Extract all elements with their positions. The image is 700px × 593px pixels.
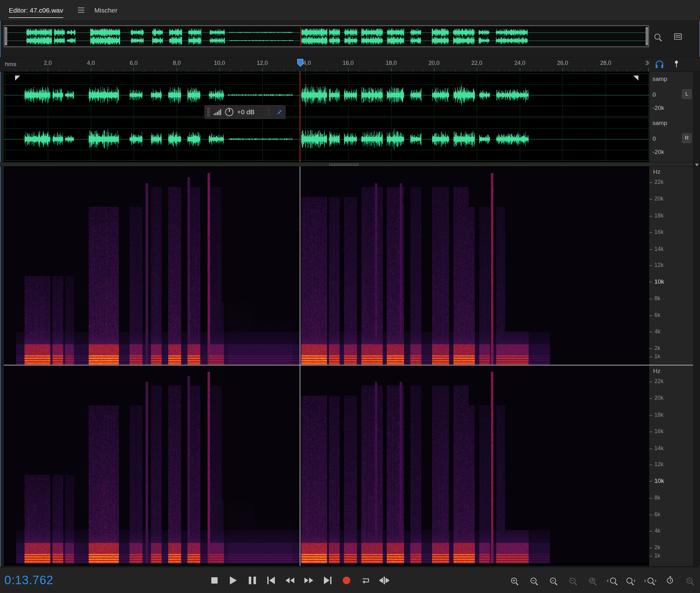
zoom-out-full-button[interactable]: − — [566, 573, 579, 588]
frequency-tick — [649, 415, 652, 416]
rewind-button[interactable] — [284, 573, 296, 588]
zoom-out-button[interactable]: − — [527, 573, 540, 588]
spectrogram-canvas-left[interactable] — [4, 167, 649, 365]
channel-left-button[interactable]: L — [682, 89, 692, 99]
frequency-label: 2k — [654, 544, 673, 551]
ruler-tick-label: 28,0 — [595, 60, 617, 67]
frequency-tick — [649, 199, 652, 200]
scale-zero: 0 — [653, 135, 656, 142]
ruler-tick-label: 4,0 — [80, 60, 102, 67]
panel-menu-icon[interactable] — [78, 7, 84, 12]
frequency-tick — [649, 299, 652, 299]
ruler-tick — [198, 69, 199, 72]
overview-right-handle[interactable] — [646, 27, 648, 45]
waveform-display[interactable]: +0 dB — [4, 72, 649, 162]
spectral-display[interactable] — [4, 166, 649, 566]
pin-tool-icon[interactable] — [672, 59, 681, 70]
scrollbar-collapse-icon[interactable] — [695, 164, 699, 166]
reset-zoom-button[interactable]: ↺ — [585, 573, 598, 588]
ruler-tick-major — [134, 68, 134, 72]
playhead-marker[interactable] — [297, 58, 304, 67]
ruler-tick-label: 26,0 — [552, 60, 574, 67]
zoom-in-button[interactable]: + — [508, 573, 520, 588]
panel-splitter[interactable] — [0, 162, 693, 166]
headphones-icon[interactable] — [654, 59, 665, 70]
zoom-in-right-edge-button[interactable] — [624, 573, 637, 588]
ruler-tick — [27, 69, 27, 72]
frequency-tick — [649, 382, 652, 382]
spectrogram-canvas-right[interactable] — [4, 366, 649, 563]
gain-knob[interactable] — [225, 108, 233, 116]
frequency-label: 8k — [654, 295, 673, 302]
frequency-label: 20k — [654, 395, 673, 401]
frequency-label: 18k — [654, 212, 673, 219]
waveform-canvas-right[interactable] — [4, 118, 649, 161]
overview-waveform-canvas[interactable] — [7, 27, 647, 46]
tab-editor[interactable]: Editor: 47.c06.wav — [9, 0, 63, 21]
zoom-selection-edges-button[interactable] — [644, 573, 657, 588]
tab-mixer[interactable]: Mischer — [94, 0, 118, 21]
playhead-line-spectral[interactable] — [300, 166, 300, 566]
ruler-tick — [144, 70, 145, 72]
ruler-tick — [530, 70, 531, 72]
pause-button[interactable] — [247, 573, 258, 588]
ruler-tick-major — [391, 68, 392, 72]
transport-controls — [209, 567, 390, 593]
frequency-tick — [649, 548, 652, 548]
scale-neg: -20k — [653, 105, 664, 111]
hud-drag-handle[interactable] — [207, 107, 210, 117]
waveform-canvas-left[interactable] — [4, 74, 649, 116]
record-button[interactable] — [341, 573, 352, 588]
pin-hud-button[interactable] — [273, 106, 285, 119]
frequency-tick — [649, 282, 652, 282]
overview-left-handle[interactable] — [5, 27, 7, 45]
volume-hud[interactable]: +0 dB — [205, 105, 286, 119]
frequency-tick — [649, 216, 652, 216]
zoom-to-selection-button[interactable]: ⌐ — [546, 573, 559, 588]
timeline-ruler[interactable]: hms 2,04,06,08,010,012,014,016,018,020,0… — [0, 57, 649, 72]
record-timer-button[interactable] — [663, 573, 676, 588]
ruler-tick-label: 18,0 — [380, 60, 402, 67]
frequency-label: 22k — [654, 179, 673, 185]
overview-navigator[interactable] — [4, 25, 649, 47]
skip-to-end-button[interactable] — [322, 573, 333, 588]
stop-button[interactable] — [209, 573, 220, 588]
frequency-tick — [649, 481, 652, 482]
frequency-tick — [649, 531, 652, 531]
ruler-tick — [16, 70, 16, 72]
frequency-label: 1k — [654, 353, 673, 360]
ruler-tick-major — [606, 68, 606, 72]
frequency-tick — [649, 232, 652, 233]
fast-forward-button[interactable] — [303, 573, 314, 588]
ruler-tick — [123, 70, 123, 72]
skip-selection-button[interactable] — [379, 573, 390, 588]
ruler-unit-label: hms — [5, 61, 16, 68]
playhead-line-waveform[interactable] — [300, 71, 300, 162]
ruler-tick-major — [563, 68, 563, 72]
time-display[interactable]: 0:13.762 — [4, 574, 53, 587]
navigate-zoom-icon[interactable] — [651, 29, 663, 44]
frequency-label: 16k — [654, 428, 673, 435]
frequency-tick — [649, 182, 652, 183]
selection-handle-right[interactable] — [633, 76, 639, 84]
vertical-scrollbar[interactable] — [693, 72, 700, 566]
frequency-label: 8k — [654, 495, 673, 501]
splitter-grip[interactable] — [329, 163, 359, 166]
ruler-tick — [252, 70, 252, 72]
skip-to-start-button[interactable] — [265, 573, 277, 588]
zoom-disabled-button[interactable]: + — [683, 573, 696, 588]
channel-right-button[interactable]: R — [682, 133, 692, 143]
ruler-tick-label: 10,0 — [209, 60, 230, 67]
panel-list-icon[interactable] — [672, 29, 684, 44]
zoom-in-left-edge-button[interactable] — [605, 573, 618, 588]
ruler-tick-label: 12,0 — [251, 60, 273, 67]
ruler-tick — [541, 69, 541, 72]
ruler-tick-major — [262, 68, 263, 72]
selection-handle-left[interactable] — [15, 76, 20, 84]
frequency-label: 1k — [654, 552, 673, 559]
ruler-tick — [595, 70, 595, 72]
ruler-tick — [498, 69, 499, 72]
ruler-tick — [488, 70, 488, 72]
loop-playback-button[interactable] — [360, 573, 371, 588]
play-button[interactable] — [228, 573, 239, 588]
